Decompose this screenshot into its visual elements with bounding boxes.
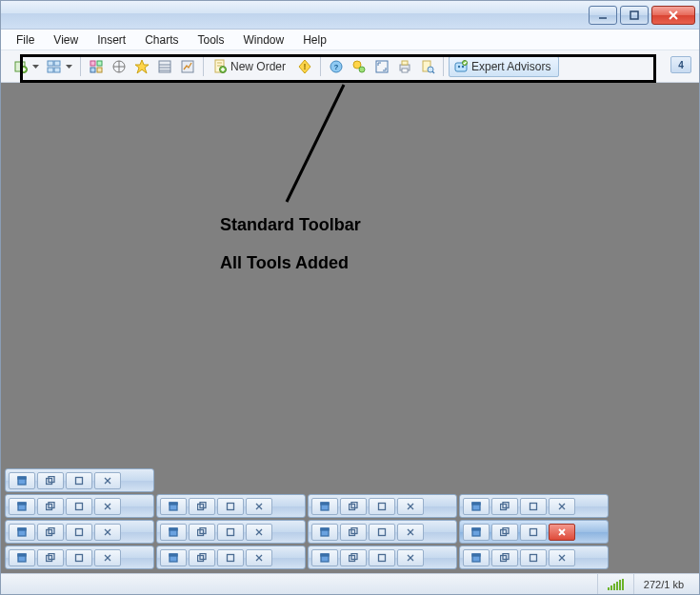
mdi-window-group[interactable]: [308, 520, 457, 544]
new-chart-button[interactable]: [10, 56, 42, 77]
mdi-close-button[interactable]: [94, 524, 121, 541]
mdi-restore-icon[interactable]: [463, 524, 490, 541]
mdi-maximize-button[interactable]: [66, 472, 92, 489]
connection-status[interactable]: [597, 574, 633, 594]
svg-rect-1: [630, 11, 638, 19]
mdi-restore-icon[interactable]: [160, 498, 187, 515]
mdi-window-group[interactable]: [156, 520, 306, 544]
terminal-button[interactable]: [154, 56, 175, 77]
mdi-cascade-button[interactable]: [491, 498, 518, 515]
minimize-button[interactable]: [589, 6, 617, 25]
mdi-maximize-button[interactable]: [369, 549, 395, 566]
strategy-tester-button[interactable]: [177, 56, 198, 77]
mdi-cascade-button[interactable]: [37, 524, 64, 541]
mdi-cascade-button[interactable]: [37, 472, 64, 489]
mdi-close-button[interactable]: [94, 498, 121, 515]
mdi-close-button[interactable]: [94, 549, 121, 566]
mdi-window-group[interactable]: [5, 545, 154, 569]
mdi-close-button[interactable]: [397, 524, 424, 541]
mdi-restore-icon[interactable]: [463, 498, 490, 515]
mdi-cascade-button[interactable]: [491, 549, 518, 566]
mdi-cascade-button[interactable]: [340, 498, 367, 515]
autotrading-button[interactable]: ?: [326, 56, 347, 77]
mdi-restore-icon[interactable]: [160, 524, 187, 541]
mdi-maximize-button[interactable]: [66, 498, 92, 515]
mdi-maximize-button[interactable]: [369, 524, 395, 541]
mdi-cascade-button[interactable]: [340, 524, 367, 541]
svg-rect-62: [170, 503, 177, 505]
mdi-cascade-button[interactable]: [189, 549, 215, 566]
menu-help[interactable]: Help: [293, 31, 336, 49]
mdi-restore-icon[interactable]: [160, 549, 187, 566]
mdi-window-group[interactable]: [5, 468, 154, 492]
mdi-cascade-button[interactable]: [37, 549, 64, 566]
mdi-cascade-button[interactable]: [37, 498, 64, 515]
mdi-restore-icon[interactable]: [9, 549, 35, 566]
mdi-maximize-button[interactable]: [217, 498, 244, 515]
mdi-restore-icon[interactable]: [311, 549, 338, 566]
mdi-close-button[interactable]: [94, 472, 121, 489]
mdi-close-button[interactable]: [397, 549, 424, 566]
svg-rect-10: [48, 68, 53, 72]
mdi-window-group[interactable]: [308, 545, 457, 569]
menu-tools[interactable]: Tools: [189, 31, 234, 49]
mdi-maximize-button[interactable]: [66, 549, 92, 566]
mdi-restore-icon[interactable]: [9, 472, 35, 489]
metaeditor-button[interactable]: !: [294, 56, 315, 77]
print-preview-button[interactable]: [417, 56, 438, 77]
menu-view[interactable]: View: [44, 31, 88, 49]
mdi-cascade-button[interactable]: [189, 498, 215, 515]
options-button[interactable]: [349, 56, 370, 77]
mdi-maximize-button[interactable]: [217, 524, 244, 541]
market-watch-button[interactable]: [86, 56, 107, 77]
mdi-window-group[interactable]: [459, 494, 609, 518]
maximize-button[interactable]: [620, 6, 649, 25]
mdi-restore-icon[interactable]: [9, 498, 35, 515]
mdi-maximize-button[interactable]: [66, 524, 92, 541]
mdi-maximize-button[interactable]: [217, 549, 244, 566]
mdi-maximize-button[interactable]: [520, 549, 547, 566]
menu-insert[interactable]: Insert: [88, 31, 135, 49]
mdi-window-group[interactable]: [156, 494, 306, 518]
navigator-button[interactable]: [109, 56, 130, 77]
menu-window[interactable]: Window: [234, 31, 294, 49]
annotation-text: Standard Toolbar All Tools Added: [220, 207, 361, 282]
mdi-cascade-button[interactable]: [491, 524, 518, 541]
mdi-close-button[interactable]: [397, 498, 424, 515]
mdi-window-group[interactable]: [5, 494, 154, 518]
mdi-restore-icon[interactable]: [311, 524, 338, 541]
mdi-close-button[interactable]: [246, 524, 272, 541]
chevron-down-icon: [66, 60, 72, 73]
menu-file[interactable]: File: [7, 31, 44, 49]
full-screen-button[interactable]: [371, 56, 392, 77]
close-button[interactable]: [651, 6, 695, 25]
data-window-button[interactable]: [131, 56, 152, 77]
mdi-cascade-button[interactable]: [340, 549, 367, 566]
toolbar-separator: [80, 57, 81, 76]
mdi-close-button[interactable]: [246, 498, 272, 515]
menu-charts[interactable]: Charts: [135, 31, 188, 49]
new-order-button[interactable]: New Order: [209, 56, 292, 77]
svg-rect-51: [76, 477, 83, 484]
mdi-close-button[interactable]: [549, 498, 575, 515]
mdi-restore-icon[interactable]: [311, 498, 338, 515]
mdi-window-group[interactable]: [459, 520, 609, 544]
mdi-maximize-button[interactable]: [369, 498, 395, 515]
mdi-window-group[interactable]: [308, 494, 457, 518]
mdi-window-group[interactable]: [459, 545, 609, 569]
mdi-window-group[interactable]: [5, 520, 154, 544]
profiles-button[interactable]: [44, 56, 75, 77]
mdi-restore-icon[interactable]: [463, 549, 490, 566]
mdi-cascade-button[interactable]: [189, 524, 215, 541]
mdi-close-button[interactable]: [549, 549, 575, 566]
svg-rect-97: [321, 528, 329, 530]
mdi-close-button[interactable]: [246, 549, 272, 566]
mdi-maximize-button[interactable]: [520, 498, 547, 515]
print-button[interactable]: [394, 56, 415, 77]
mdi-close-button[interactable]: [549, 524, 575, 541]
mdi-maximize-button[interactable]: [520, 524, 547, 541]
mdi-restore-icon[interactable]: [9, 524, 35, 541]
notification-badge[interactable]: 4: [670, 56, 691, 73]
expert-advisors-button[interactable]: Expert Advisors: [449, 56, 559, 77]
mdi-window-group[interactable]: [156, 545, 306, 569]
